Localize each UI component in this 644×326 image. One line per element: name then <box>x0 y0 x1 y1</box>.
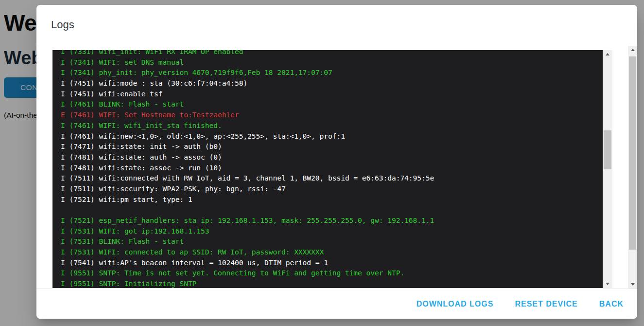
log-line <box>61 205 603 216</box>
dialog-scroll-down-button[interactable] <box>628 280 637 289</box>
log-line: I (7521) esp_netif_handlers: sta ip: 192… <box>61 216 603 226</box>
log-line: I (7531) WIFI: got ip:192.168.1.153 <box>61 226 603 237</box>
log-line: I (7451) wifi:enable tsf <box>61 89 603 100</box>
log-line: I (7531) WIFI: connected to ap SSID: RW … <box>61 247 603 258</box>
dialog-scroll-up-button[interactable] <box>628 46 637 54</box>
log-scroll-up-button[interactable] <box>603 50 612 58</box>
dialog-body: I (7331) wifi_init: WiFi RX IRAM OP enab… <box>36 46 637 289</box>
footer-action-button-reset-device[interactable]: RESET DEVICE <box>512 299 580 309</box>
log-line: I (7461) BLINK: Flash - start <box>61 99 603 110</box>
log-line: I (7451) wifi:mode : sta (30:c6:f7:04:a4… <box>61 78 603 89</box>
logs-dialog: Logs I (7331) wifi_init: WiFi RX IRAM OP… <box>36 5 637 319</box>
log-line: I (7331) wifi_init: WiFi RX IRAM OP enab… <box>61 50 603 57</box>
log-line: I (7531) BLINK: Flash - start <box>61 236 603 247</box>
dialog-scrollbar[interactable] <box>628 46 637 289</box>
log-line: I (7511) wifi:connected with RW IoT, aid… <box>61 173 603 184</box>
log-line: I (7481) wifi:state: auth -> assoc (0) <box>61 152 603 163</box>
log-line: I (7341) phy_init: phy_version 4670,719f… <box>61 68 603 78</box>
arrow-down-icon <box>606 283 609 285</box>
log-line: I (7541) wifi:AP's beacon interval = 102… <box>61 258 603 269</box>
log-line: I (9551) SNTP: Time is not set yet. Conn… <box>61 268 603 279</box>
dialog-footer: DOWNLOAD LOGSRESET DEVICEBACK <box>36 289 637 319</box>
log-line: I (7521) wifi:pm start, type: 1 <box>61 195 603 205</box>
log-scroll-down-button[interactable] <box>603 280 612 288</box>
log-line: I (7511) wifi:security: WPA2-PSK, phy: b… <box>61 184 603 195</box>
log-lines: I (7331) wifi_init: WiFi RX IRAM OP enab… <box>52 50 603 288</box>
log-line: I (7341) WIFI: set DNS manual <box>61 57 603 68</box>
arrow-up-icon <box>631 49 635 51</box>
footer-action-button-download-logs[interactable]: DOWNLOAD LOGS <box>414 299 497 309</box>
dialog-title: Logs <box>51 18 74 31</box>
arrow-up-icon <box>606 53 609 55</box>
log-output[interactable]: I (7331) wifi_init: WiFi RX IRAM OP enab… <box>52 50 612 288</box>
log-line: I (9551) SNTP: Initializing SNTP <box>61 279 603 288</box>
log-line: I (7461) wifi:new:<1,0>, old:<1,0>, ap:<… <box>61 131 603 142</box>
dialog-scrollbar-thumb[interactable] <box>629 56 636 250</box>
log-line: E (7461) WIFI: Set Hostname to:Testzaehl… <box>61 110 603 121</box>
log-line: I (7471) wifi:state: init -> auth (b0) <box>61 142 603 152</box>
log-line: I (7481) wifi:state: assoc -> run (10) <box>61 163 603 174</box>
log-scrollbar-thumb[interactable] <box>604 130 611 169</box>
log-scrollbar[interactable] <box>603 50 612 288</box>
log-line: I (7461) WIFI: wifi_init_sta finished. <box>61 121 603 131</box>
dialog-header: Logs <box>36 5 637 45</box>
footer-action-button-back[interactable]: BACK <box>596 299 627 309</box>
arrow-down-icon <box>631 283 635 286</box>
